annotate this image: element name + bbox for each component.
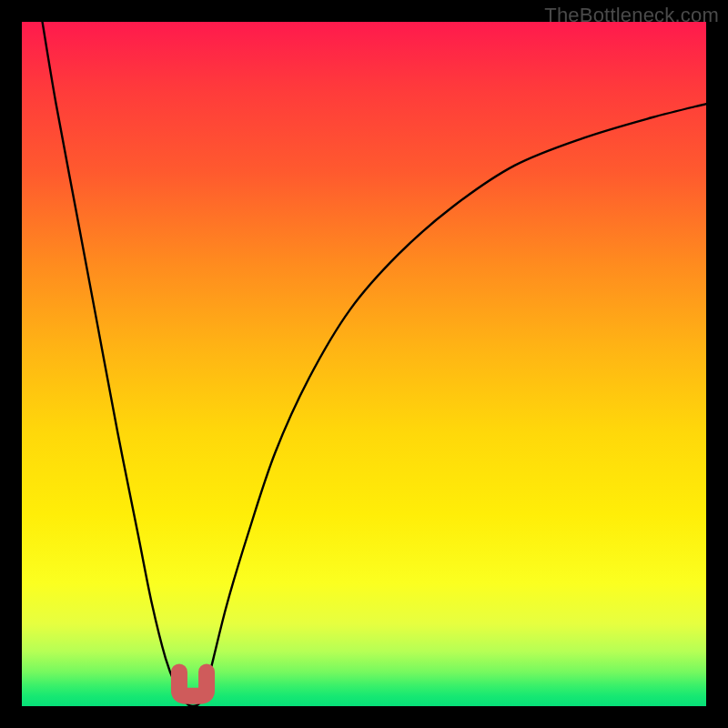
watermark-text: TheBottleneck.com — [544, 4, 719, 27]
flat-region-marker — [179, 672, 207, 695]
chart-area — [22, 22, 706, 706]
bottleneck-plot-svg — [22, 22, 706, 706]
bottleneck-curve — [43, 22, 706, 706]
